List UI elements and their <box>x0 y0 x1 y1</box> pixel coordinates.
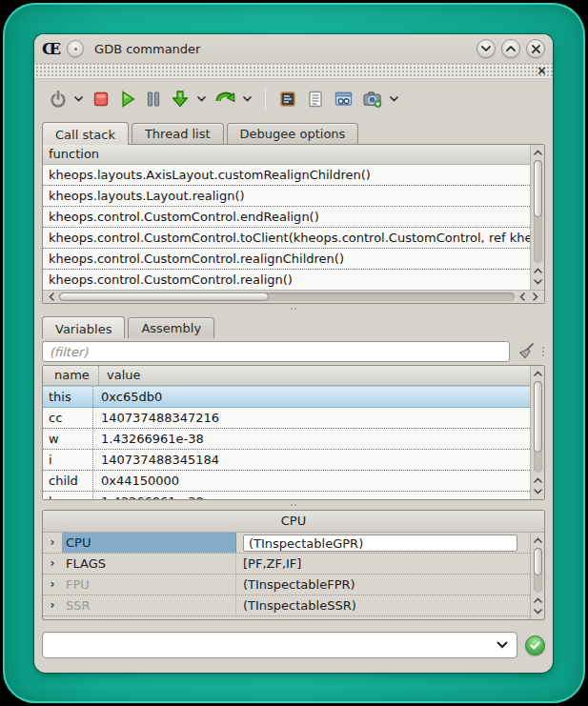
register-value-field[interactable]: (TInspectableGPR) <box>243 535 517 552</box>
scroll-down-icon[interactable] <box>531 606 544 617</box>
step-over-dropdown[interactable] <box>242 85 253 113</box>
output-view-button[interactable] <box>303 85 328 113</box>
cpu-panel-header[interactable]: CPU <box>43 511 544 533</box>
scroll-up-icon[interactable] <box>531 265 544 276</box>
scroll-left-icon[interactable] <box>517 292 528 303</box>
stack-frame-row[interactable]: kheops.control.CustomControl.realignChil… <box>43 249 530 270</box>
snapshot-button[interactable] <box>359 85 386 113</box>
callstack-list[interactable]: function kheops.layouts.AxisLayout.custo… <box>43 145 530 290</box>
variable-name: i <box>43 450 92 470</box>
panel-splitter[interactable] <box>34 304 553 313</box>
scroll-up-icon[interactable] <box>531 368 544 379</box>
titlebar[interactable]: Œ GDB commander <box>34 34 553 63</box>
pause-button[interactable] <box>143 85 164 113</box>
step-over-button[interactable] <box>213 85 239 113</box>
scroll-up-icon[interactable] <box>531 474 544 486</box>
variable-value: 1.43266961e-38 <box>92 429 530 449</box>
variable-row[interactable]: i 140737488345184 <box>43 450 530 471</box>
variable-name: cc <box>43 408 92 428</box>
tab-variables[interactable]: Variables <box>42 316 125 339</box>
scroll-up-icon[interactable] <box>531 147 544 158</box>
variable-row[interactable]: w 1.43266961e-38 <box>43 429 530 450</box>
gdb-commander-window: Œ GDB commander ✕ <box>34 34 553 673</box>
callstack-vertical-scrollbar[interactable] <box>530 145 544 290</box>
chevron-down-icon <box>390 96 398 102</box>
cpu-register-row[interactable]: › FPU (TInspectableFPR) <box>43 575 530 595</box>
cpu-register-row[interactable]: › SSR (TInspectableSSR) <box>43 595 530 616</box>
register-group-name[interactable]: FPU <box>62 575 236 595</box>
chevron-down-icon <box>74 96 83 102</box>
cpu-register-tree[interactable]: › CPU (TInspectableGPR) › FLAGS [PF,ZF,I… <box>43 533 530 619</box>
stop-button[interactable] <box>90 85 112 113</box>
expand-chevron-icon[interactable]: › <box>43 554 62 574</box>
chevron-down-icon <box>197 96 206 102</box>
clear-filter-broom-icon[interactable] <box>516 341 537 362</box>
callstack-column-header[interactable]: function <box>43 145 530 165</box>
variables-vertical-scrollbar[interactable] <box>530 366 544 499</box>
scrollbar-thumb[interactable] <box>534 160 542 217</box>
window-menu-button[interactable] <box>67 40 84 57</box>
cpu-view-button[interactable] <box>275 85 300 113</box>
panel-splitter[interactable] <box>34 500 553 510</box>
cpu-register-row[interactable]: › CPU (TInspectableGPR) <box>43 533 530 554</box>
tab-assembly[interactable]: Assembly <box>128 317 214 338</box>
power-dropdown[interactable] <box>73 85 84 113</box>
expand-chevron-icon[interactable]: › <box>43 595 62 615</box>
step-into-dropdown[interactable] <box>196 85 207 113</box>
tab-call-stack[interactable]: Call stack <box>42 122 129 145</box>
expand-chevron-icon[interactable]: › <box>43 533 62 553</box>
run-button[interactable] <box>115 85 140 113</box>
variable-row[interactable]: child 0x44150000 <box>43 471 530 492</box>
scrollbar-thumb[interactable] <box>59 292 269 301</box>
register-group-name[interactable]: CPU <box>62 533 236 553</box>
watches-view-button[interactable] <box>331 85 356 113</box>
scroll-up-icon[interactable] <box>531 595 544 606</box>
register-group-name[interactable]: SSR <box>62 595 236 615</box>
variable-row[interactable]: this 0xc65db0 <box>43 386 530 408</box>
cpu-vertical-scrollbar[interactable] <box>530 533 544 619</box>
register-group-name[interactable]: FLAGS <box>62 554 236 574</box>
dock-close-icon[interactable]: ✕ <box>537 64 547 79</box>
callstack-horizontal-scrollbar[interactable] <box>43 290 544 303</box>
snapshot-dropdown[interactable] <box>389 85 399 113</box>
scroll-right-icon[interactable] <box>530 292 541 303</box>
filter-input[interactable] <box>42 341 510 362</box>
scrollbar-track[interactable] <box>534 548 542 593</box>
confirm-command-button[interactable] <box>525 635 545 656</box>
scroll-down-icon[interactable] <box>531 486 544 497</box>
step-into-button[interactable] <box>167 85 193 113</box>
stack-frame-row[interactable]: kheops.layouts.Layout.realign() <box>43 186 530 207</box>
scrollbar-track[interactable] <box>534 381 542 473</box>
stack-frame-row[interactable]: kheops.control.CustomControl.toClient(kh… <box>43 228 530 249</box>
expand-chevron-icon[interactable]: › <box>43 575 62 595</box>
stack-frame-row[interactable]: kheops.control.CustomControl.realign() <box>43 270 530 290</box>
column-name[interactable]: name <box>49 366 98 385</box>
window-title: GDB commander <box>91 42 470 56</box>
maximize-button[interactable] <box>501 39 520 58</box>
tab-thread-list[interactable]: Thread list <box>132 123 224 144</box>
scrollbar-thumb[interactable] <box>534 381 542 453</box>
dock-handle-bar[interactable]: ✕ <box>34 63 553 79</box>
command-combobox[interactable] <box>42 632 517 658</box>
power-button[interactable] <box>46 85 71 113</box>
scroll-up-icon[interactable] <box>531 535 544 546</box>
scroll-down-icon[interactable] <box>531 276 544 288</box>
scrollbar-track[interactable] <box>534 160 542 263</box>
chevron-down-icon <box>481 46 491 51</box>
tab-debugee-options[interactable]: Debugee options <box>227 123 359 144</box>
column-value[interactable]: value <box>98 366 524 385</box>
cpu-register-row[interactable]: › FLAGS [PF,ZF,IF] <box>43 554 530 575</box>
chevron-down-icon[interactable] <box>497 641 508 649</box>
variable-row[interactable]: h 1.43266961e-38 <box>43 492 530 499</box>
close-button[interactable] <box>526 39 545 58</box>
scroll-left-icon[interactable] <box>46 292 57 303</box>
variables-table[interactable]: name value this 0xc65db0 cc 140737488347… <box>43 366 530 499</box>
stack-frame-row[interactable]: kheops.control.CustomControl.endRealign(… <box>43 207 530 228</box>
minimize-button[interactable] <box>476 39 496 58</box>
variables-table-header[interactable]: name value <box>43 366 530 386</box>
scrollbar-track[interactable] <box>59 292 515 301</box>
stack-frame-row[interactable]: kheops.layouts.AxisLayout.customRealignC… <box>43 165 530 186</box>
variable-row[interactable]: cc 140737488347216 <box>43 408 530 429</box>
scrollbar-thumb[interactable] <box>534 548 542 575</box>
resize-grip[interactable] <box>542 347 545 356</box>
